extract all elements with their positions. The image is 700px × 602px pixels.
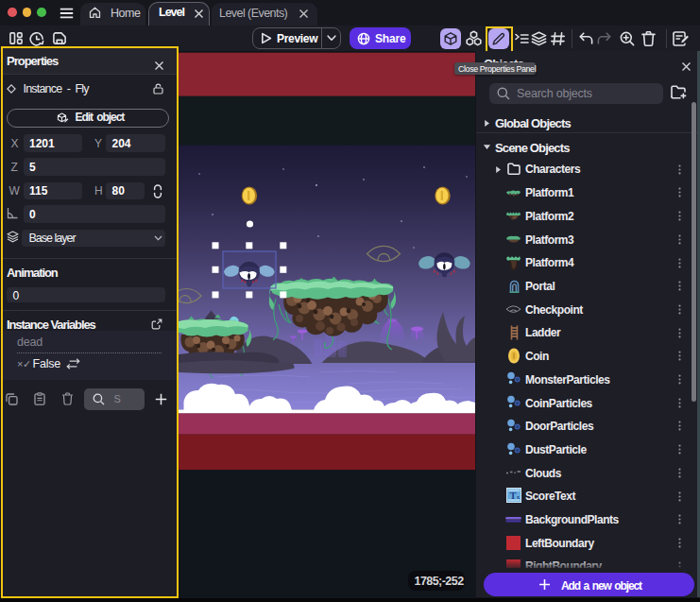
- svg-text:x: x: [517, 494, 520, 500]
- svg-text:T: T: [510, 490, 517, 501]
